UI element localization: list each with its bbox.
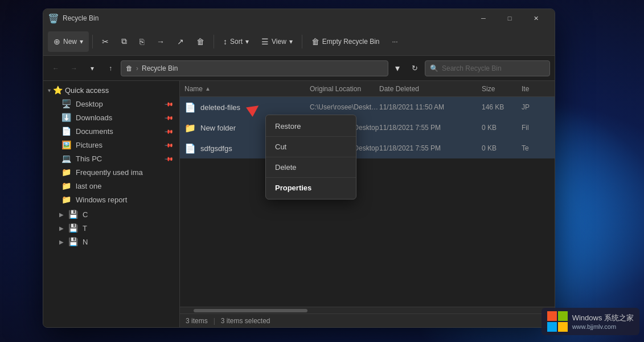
watermark-icon [547,311,568,332]
file-row-size-1: 0 KB [482,124,522,132]
view-dropdown-icon: ▾ [289,38,293,46]
sidebar-item-downloads-label: Downloads [76,113,161,122]
file-icon-deleted: 📄 [184,102,196,113]
move-button[interactable]: → [151,31,170,52]
horizontal-scrollbar[interactable] [180,307,555,314]
delete-icon: 🗑 [196,37,204,46]
sidebar-item-desktop[interactable]: 🖥️ Desktop 📌 [46,97,177,111]
drive-n-chevron: ▶ [59,239,64,245]
address-dropdown-button[interactable]: ▾ [391,60,404,76]
sidebar-item-freq-label: Frequently used ima [76,168,173,177]
col-header-item[interactable]: Ite [522,85,550,93]
history-button[interactable]: ▾ [84,60,100,76]
sidebar-item-last-one[interactable]: 📁 last one [46,179,177,193]
empty-recycle-label: Empty Recycle Bin [322,38,380,46]
desktop-icon: 🖥️ [61,99,71,108]
refresh-button[interactable]: ↻ [407,60,423,76]
close-button[interactable]: ✕ [523,9,549,27]
file-row[interactable]: 📁 New folder C:\User\rosee\Desktop 11/18… [180,117,555,138]
pin-icon-thispc: 📌 [165,154,174,163]
search-box[interactable]: 🔍 Search Recycle Bin [425,60,550,76]
sidebar-item-documents[interactable]: 📄 Documents 📌 [46,124,177,138]
status-bar: 3 items | 3 items selected [180,314,555,327]
empty-recycle-button[interactable]: 🗑 Empty Recycle Bin [306,31,385,52]
documents-icon: 📄 [61,127,71,136]
window-title: Recycle Bin [63,14,470,22]
share-button[interactable]: ↗ [171,31,190,52]
new-button[interactable]: ⊕ New ▾ [48,31,89,52]
drive-t-icon: 💾 [68,223,78,233]
file-row-size-0: 146 KB [482,103,522,111]
file-row-item-1: Fil [522,124,550,132]
sidebar-item-windows-report[interactable]: 📁 Windows report [46,193,177,206]
more-icon: ··· [392,38,398,46]
sort-arrow-icon: ▲ [205,85,211,92]
more-button[interactable]: ··· [387,31,404,52]
folder-freq-icon: 📁 [61,168,71,177]
back-button[interactable]: ← [48,60,64,76]
maximize-button[interactable]: □ [497,9,523,27]
downloads-icon: ⬇️ [61,113,71,122]
window-icon: 🗑️ [49,14,58,23]
sidebar-item-frequently-used[interactable]: 📁 Frequently used ima [46,165,177,179]
search-icon: 🔍 [430,64,438,72]
svg-rect-1 [558,311,568,321]
cut-button[interactable]: ✂ [96,31,114,52]
col-header-size[interactable]: Size [482,85,522,93]
minimize-button[interactable]: ─ [470,9,497,27]
file-row[interactable]: 📄 sdfgsdfgs C:\User\rosee\Desktop 11/18/… [180,138,555,158]
folder-icon-new: 📁 [184,123,196,133]
address-input[interactable]: 🗑 › Recycle Bin [121,60,388,76]
toolbar-separator-1 [92,35,93,48]
status-separator: | [214,317,215,325]
file-row-item-0: JP [522,103,550,111]
toolbar-separator-3 [302,35,302,48]
status-count: 3 items [186,317,208,325]
sidebar-drive-t[interactable]: ▶ 💾 T [46,221,177,235]
sort-label: Sort [230,38,243,46]
ctx-properties[interactable]: Properties [266,179,356,197]
status-selected: 3 items selected [221,317,270,325]
quick-access-star-icon: ⭐ [53,85,63,95]
sidebar-drive-n[interactable]: ▶ 💾 N [46,235,177,249]
file-row-date-2: 11/18/2021 7:55 PM [379,144,482,152]
svg-rect-2 [547,322,557,332]
plus-icon: ⊕ [54,37,60,46]
col-header-name[interactable]: Name ▲ [184,85,310,93]
paste-button[interactable]: ⎘ [134,31,150,52]
sidebar-item-thispc-label: This PC [76,154,161,163]
ctx-restore[interactable]: Restore [266,117,356,135]
sidebar-item-pictures[interactable]: 🖼️ Pictures 📌 [46,138,177,152]
quick-access-chevron: ▾ [48,87,51,93]
drives-section: ▶ 💾 C ▶ 💾 T ▶ 💾 N [43,207,179,249]
sidebar-item-thispc[interactable]: 💻 This PC 📌 [46,152,177,165]
delete-button[interactable]: 🗑 [191,31,210,52]
up-button[interactable]: ↑ [102,60,118,76]
sidebar-item-pictures-label: Pictures [76,141,161,149]
file-row-date-0: 11/18/2021 11:50 AM [379,103,482,111]
scrollbar-thumb[interactable] [194,309,307,312]
sort-button[interactable]: ↕ Sort ▾ [218,31,255,52]
title-bar: 🗑️ Recycle Bin ─ □ ✕ [43,9,555,27]
ctx-separator-1 [266,136,356,137]
pin-icon-documents: 📌 [165,127,174,136]
quick-access-header[interactable]: ▾ ⭐ Quick access [43,83,179,97]
quick-access-label: Quick access [65,86,109,95]
paste-icon: ⎘ [140,37,144,46]
view-button[interactable]: ☰ View ▾ [256,31,298,52]
col-header-date[interactable]: Date Deleted [379,85,482,93]
ctx-delete[interactable]: Delete [266,158,356,176]
file-list-header: Name ▲ Original Location Date Deleted Si… [180,81,555,97]
file-row[interactable]: 📄 deleted-files C:\User\rosee\Desktop\Wi… [180,97,555,117]
copy-button[interactable]: ⧉ [116,31,133,52]
col-header-location[interactable]: Original Location [310,85,379,93]
ctx-cut[interactable]: Cut [266,138,356,156]
forward-button[interactable]: → [66,60,82,76]
sort-icon: ↕ [223,37,227,46]
folder-winreport-icon: 📁 [61,195,71,204]
sidebar-drive-c[interactable]: ▶ 💾 C [46,207,177,221]
svg-rect-3 [558,322,568,332]
sidebar-item-downloads[interactable]: ⬇️ Downloads 📌 [46,111,177,124]
drive-t-label: T [83,224,87,233]
ctx-separator-2 [266,157,356,157]
